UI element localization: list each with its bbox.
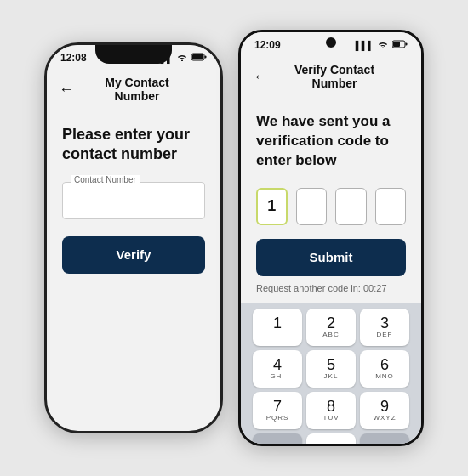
svg-rect-5	[406, 43, 408, 46]
key-2[interactable]: 2 ABC	[306, 309, 356, 346]
keypad-row-2: 4 GHI 5 JKL 6 MNO	[246, 350, 416, 388]
otp-row: 1	[256, 188, 406, 225]
signal-icon-2: ▌▌▌	[356, 41, 374, 50]
verify-button[interactable]: Verify	[62, 236, 205, 274]
keypad-row-1: 1 2 ABC 3 DEF	[246, 309, 416, 346]
key-6[interactable]: 6 MNO	[360, 350, 409, 388]
key-1[interactable]: 1	[253, 309, 302, 346]
app-header-1: ← My Contact Number	[47, 67, 220, 111]
otp-box-2[interactable]	[296, 188, 327, 225]
otp-box-3[interactable]	[335, 188, 366, 225]
key-7[interactable]: 7 PQRS	[253, 392, 302, 429]
phone-2: 12:09 ▌▌▌ ← Verify Contact Number We hav…	[238, 30, 424, 446]
input-group: Contact Number	[62, 182, 205, 219]
svg-rect-4	[393, 42, 400, 47]
key-4[interactable]: 4 GHI	[253, 350, 302, 388]
otp-box-4[interactable]	[375, 188, 406, 225]
screen-content-1: Please enter your contact number Contact…	[47, 111, 220, 287]
header-title-1: My Contact Number	[81, 76, 193, 103]
key-empty	[253, 434, 302, 446]
keypad-row-3: 7 PQRS 8 TUV 9 WXYZ	[246, 392, 416, 429]
key-8[interactable]: 8 TUV	[306, 392, 356, 429]
back-button-1[interactable]: ←	[59, 81, 74, 99]
verify-title: We have sent you a verification code to …	[256, 112, 406, 171]
keypad: 1 2 ABC 3 DEF 4 GHI 5	[241, 303, 421, 446]
punch-hole	[326, 37, 336, 48]
header-title-2: Verify Contact Number	[275, 63, 394, 90]
screen-content-2: We have sent you a verification code to …	[241, 99, 421, 446]
phone-1: 12:08 ▌▌ ← My Contact Number Please ente…	[44, 42, 223, 434]
wifi-icon-2	[377, 40, 389, 50]
time-1: 12:08	[60, 52, 87, 64]
status-icons-2: ▌▌▌	[356, 40, 408, 50]
app-header-2: ← Verify Contact Number	[241, 54, 421, 99]
keypad-row-4: 0 ⌫	[246, 434, 416, 446]
key-5[interactable]: 5 JKL	[306, 350, 356, 388]
input-label: Contact Number	[71, 175, 140, 184]
key-9[interactable]: 9 WXYZ	[360, 392, 409, 429]
screen-title-1: Please enter your contact number	[62, 125, 205, 165]
battery-icon-2	[392, 40, 408, 50]
delete-icon: ⌫	[374, 445, 396, 446]
svg-rect-2	[205, 56, 207, 59]
svg-rect-1	[192, 54, 203, 60]
key-delete[interactable]: ⌫	[360, 434, 409, 446]
time-2: 12:09	[254, 39, 281, 51]
otp-value-1: 1	[267, 197, 276, 215]
back-button-2[interactable]: ←	[253, 68, 268, 86]
notch	[95, 45, 172, 64]
battery-icon-1	[191, 53, 207, 63]
key-3[interactable]: 3 DEF	[360, 309, 409, 346]
key-0[interactable]: 0	[306, 434, 356, 446]
wifi-icon-1	[176, 53, 188, 63]
submit-button[interactable]: Submit	[256, 239, 406, 276]
resend-text: Request another code in: 00:27	[256, 283, 406, 293]
otp-box-1[interactable]: 1	[256, 188, 288, 225]
contact-number-input[interactable]	[62, 182, 205, 219]
